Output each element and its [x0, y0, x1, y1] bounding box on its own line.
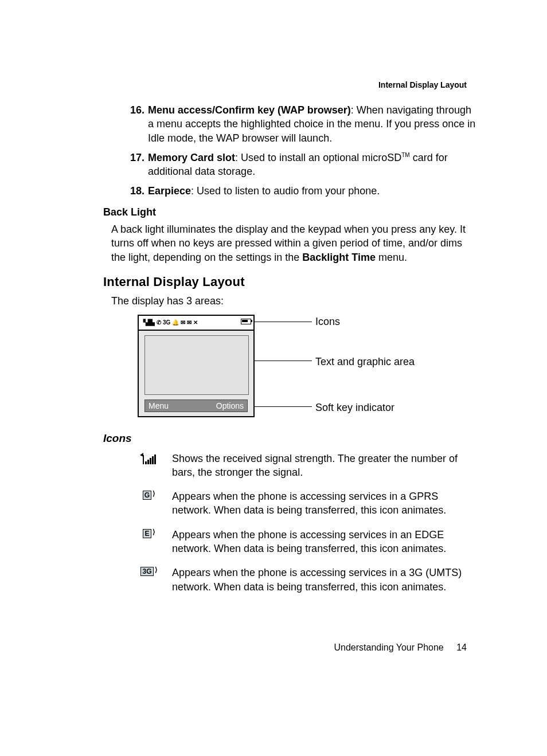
status-icons-cluster: ▝▟▙ ✆ 3G 🔔 ✉ ✉ ✕	[141, 319, 198, 327]
display-diagram: ▝▟▙ ✆ 3G 🔔 ✉ ✉ ✕ Menu Options	[138, 315, 424, 421]
signal-wave-icon: ⟩	[153, 527, 155, 536]
diagram-softkey-bar: Menu Options	[144, 399, 248, 412]
3g-mini-icon: 3G	[163, 319, 170, 327]
gprs-letter: G	[143, 491, 151, 500]
callout-icons: Icons	[315, 315, 340, 328]
footer-chapter-title: Understanding Your Phone	[334, 643, 443, 652]
list-body: Menu access/Confirm key (WAP browser): W…	[148, 103, 478, 145]
list-term: Memory Card slot	[148, 152, 235, 163]
document-page: Internal Display Layout 16. Menu access/…	[0, 0, 547, 756]
list-item: 18. Earpiece: Used to listen to audio fr…	[126, 184, 478, 198]
list-term: Earpiece	[148, 185, 191, 197]
trademark-symbol: TM	[401, 152, 409, 158]
svg-rect-4	[150, 458, 151, 464]
list-number: 17.	[126, 151, 148, 179]
page-footer: Understanding Your Phone 14	[334, 643, 467, 653]
softkey-right-label: Options	[216, 401, 244, 412]
subsection-heading-icons: Icons	[103, 431, 478, 446]
list-number: 18.	[126, 184, 148, 198]
page-content: 16. Menu access/Confirm key (WAP browser…	[103, 103, 478, 594]
backlight-time-term: Backlight Time	[302, 252, 376, 263]
page-number: 14	[456, 643, 467, 652]
section-intro: The display has 3 areas:	[111, 294, 478, 308]
list-number: 16.	[126, 103, 148, 145]
list-term: Menu access/Confirm key (WAP browser)	[148, 104, 351, 116]
leader-line	[255, 322, 312, 322]
running-header: Internal Display Layout	[378, 80, 467, 89]
svg-rect-6	[154, 455, 156, 464]
subsection-heading-backlight: Back Light	[103, 205, 478, 219]
three-g-letter: 3G	[140, 567, 153, 576]
icon-definition-row: E⟩ Appears when the phone is accessing s…	[138, 528, 478, 556]
list-desc: : Used to listen to audio from your phon…	[191, 185, 380, 197]
edge-letter: E	[143, 529, 151, 538]
leader-line	[255, 406, 312, 407]
list-body: Memory Card slot: Used to install an opt…	[148, 151, 478, 179]
icon-definition-row: Shows the received signal strength. The …	[138, 452, 478, 480]
signal-wave-icon: ⟩	[155, 565, 158, 574]
leader-line	[255, 361, 312, 361]
signal-wave-icon: ⟩	[153, 489, 155, 498]
diagram-icons-bar: ▝▟▙ ✆ 3G 🔔 ✉ ✉ ✕	[139, 316, 253, 331]
edge-icon: E⟩	[138, 528, 161, 556]
callout-text-area: Text and graphic area	[315, 355, 415, 369]
signal-strength-icon	[138, 452, 161, 480]
backlight-text-pre: A back light illuminates the display and…	[111, 224, 466, 263]
svg-rect-5	[152, 456, 154, 464]
backlight-text-post: menu.	[376, 252, 407, 263]
call-mini-icon: ✆	[157, 319, 161, 327]
three-g-icon: 3G⟩	[138, 566, 161, 594]
phone-screen-frame: ▝▟▙ ✆ 3G 🔔 ✉ ✉ ✕ Menu Options	[138, 315, 255, 417]
svg-rect-3	[147, 460, 149, 464]
list-item: 17. Memory Card slot: Used to install an…	[126, 151, 478, 179]
icon-definition-row: G⟩ Appears when the phone is accessing s…	[138, 489, 478, 518]
mail-mini-icon: ✉	[181, 319, 185, 327]
icon-definition-text: Shows the received signal strength. The …	[172, 452, 478, 480]
bell-mini-icon: 🔔	[172, 319, 179, 327]
signal-mini-icon: ▝▟▙	[141, 319, 155, 327]
icon-definition-text: Appears when the phone is accessing serv…	[172, 489, 478, 518]
mute-mini-icon: ✕	[193, 319, 198, 327]
callout-softkey: Soft key indicator	[315, 401, 394, 414]
list-body: Earpiece: Used to listen to audio from y…	[148, 184, 478, 198]
icon-definition-text: Appears when the phone is accessing serv…	[172, 566, 478, 594]
section-heading-internal-display: Internal Display Layout	[103, 273, 478, 291]
list-item: 16. Menu access/Confirm key (WAP browser…	[126, 103, 478, 145]
list-desc-pre: : Used to install an optional microSD	[235, 152, 401, 163]
diagram-text-area	[144, 335, 249, 395]
svg-rect-2	[145, 461, 147, 464]
backlight-paragraph: A back light illuminates the display and…	[111, 222, 478, 264]
gprs-icon: G⟩	[138, 489, 161, 518]
icon-definition-row: 3G⟩ Appears when the phone is accessing …	[138, 566, 478, 594]
battery-mini-icon	[241, 319, 251, 327]
mail2-mini-icon: ✉	[187, 319, 192, 327]
softkey-left-label: Menu	[149, 401, 169, 412]
icon-definition-text: Appears when the phone is accessing serv…	[172, 528, 478, 556]
